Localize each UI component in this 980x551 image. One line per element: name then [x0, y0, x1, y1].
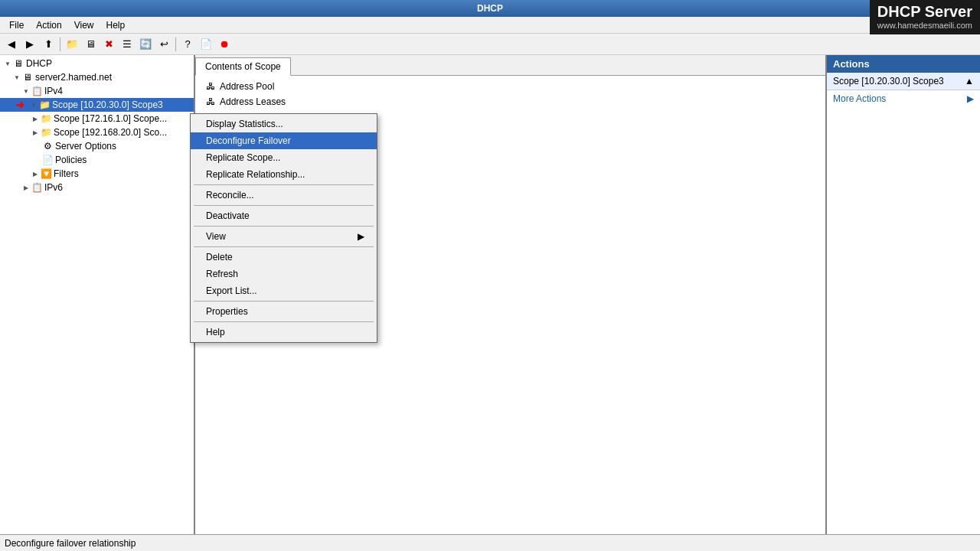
ctx-delete[interactable]: Delete — [191, 249, 377, 266]
ctx-deactivate[interactable]: Deactivate — [191, 207, 377, 224]
rec-button[interactable]: ⏺ — [216, 36, 233, 53]
ctx-delete-label: Delete — [206, 252, 233, 262]
tree-item-ipv4[interactable]: ▼ 📋 IPv4 — [0, 84, 194, 98]
ctx-properties[interactable]: Properties — [191, 303, 377, 320]
ctx-export-list-label: Export List... — [206, 285, 257, 296]
ctx-help[interactable]: Help — [191, 324, 377, 341]
tree-item-server-options[interactable]: ⚙ Server Options — [0, 139, 194, 153]
content-tabs: Contents of Scope — [195, 55, 825, 76]
watermark-url: www.hamedesmaeili.com — [877, 21, 972, 30]
ipv6-icon: 📋 — [31, 181, 43, 194]
tree-label-policies: Policies — [55, 155, 87, 165]
tree-item-filters[interactable]: ▶ 🔽 Filters — [0, 167, 194, 181]
tree-arrow-server: ▼ — [12, 73, 21, 82]
tree-row-scope1-wrapper: ➜ ▼ 📁 Scope [10.20.30.0] Scope3 — [0, 98, 194, 112]
main-container: ▼ 🖥 DHCP ▼ 🖥 server2.hamed.net ▼ 📋 IPv4 … — [0, 55, 980, 534]
ctx-help-label: Help — [206, 327, 225, 337]
tree-label-scope2: Scope [172.16.1.0] Scope... — [54, 113, 167, 124]
policies-icon: 📄 — [41, 154, 54, 166]
show-hide-button[interactable]: 📁 — [64, 36, 80, 53]
actions-scope-arrow: ▲ — [965, 76, 974, 86]
tree-item-scope2[interactable]: ▶ 📁 Scope [172.16.1.0] Scope... — [0, 112, 194, 126]
context-menu: Display Statistics... Deconfigure Failov… — [190, 113, 377, 343]
tree-label-server: server2.hamed.net — [35, 72, 112, 83]
doc-button[interactable]: 📄 — [198, 36, 214, 53]
toolbar: ◀ ▶ ⬆ 📁 🖥 ✖ ☰ 🔄 ↩ ? 📄 ⏺ — [0, 34, 980, 55]
status-bar: Deconfigure failover relationship — [0, 534, 980, 551]
help-button[interactable]: ? — [179, 36, 196, 53]
ipv4-icon: 📋 — [31, 85, 43, 97]
content-item-address-leases-label: Address Leases — [220, 96, 286, 107]
tree-arrow-filters: ▶ — [31, 169, 40, 178]
tree-item-ipv6[interactable]: ▶ 📋 IPv6 — [0, 181, 194, 194]
ctx-refresh[interactable]: Refresh — [191, 266, 377, 282]
ctx-reconcile-label: Reconcile... — [206, 190, 254, 201]
toolbar-separator-1 — [60, 37, 60, 51]
window-title: DHCP — [477, 3, 503, 14]
menu-view[interactable]: View — [68, 18, 100, 32]
delete-button[interactable]: ✖ — [100, 36, 117, 53]
ctx-sep-2 — [194, 205, 374, 206]
ctx-replicate-scope-label: Replicate Scope... — [206, 152, 280, 163]
content-items: 🖧 Address Pool 🖧 Address Leases — [195, 76, 825, 112]
back2-button[interactable]: ↩ — [155, 36, 172, 53]
menu-file[interactable]: File — [3, 18, 30, 32]
ctx-reconcile[interactable]: Reconcile... — [191, 187, 377, 204]
watermark-title: DHCP Server — [877, 3, 972, 21]
server-options-icon: ⚙ — [41, 140, 54, 152]
actions-panel: Actions Scope [10.20.30.0] Scope3 ▲ More… — [827, 55, 980, 534]
tree-arrow-scope3: ▶ — [31, 128, 40, 137]
server-icon: 🖥 — [21, 71, 34, 83]
actions-more-item[interactable]: More Actions ▶ — [827, 90, 980, 107]
ctx-sep-1 — [194, 184, 374, 185]
status-text: Deconfigure failover relationship — [5, 538, 136, 549]
tree-label-ipv4: IPv4 — [44, 86, 63, 96]
tree-item-scope1[interactable]: ▼ 📁 Scope [10.20.30.0] Scope3 — [0, 98, 194, 112]
actions-header: Actions — [827, 55, 980, 73]
tree-label-dhcp: DHCP — [26, 58, 52, 69]
forward-button[interactable]: ▶ — [21, 36, 38, 53]
computer-button[interactable]: 🖥 — [82, 36, 99, 53]
ctx-replicate-relationship-label: Replicate Relationship... — [206, 169, 305, 180]
tree-arrow-scope2: ▶ — [31, 114, 40, 123]
tree-item-server[interactable]: ▼ 🖥 server2.hamed.net — [0, 70, 194, 84]
actions-scope-item[interactable]: Scope [10.20.30.0] Scope3 ▲ — [827, 73, 980, 90]
content-item-address-pool-label: Address Pool — [220, 81, 274, 92]
ctx-refresh-label: Refresh — [206, 269, 238, 279]
tree-item-policies[interactable]: 📄 Policies — [0, 153, 194, 167]
tree-arrow-scope1: ▼ — [29, 100, 38, 109]
menu-help[interactable]: Help — [100, 18, 132, 32]
properties-button[interactable]: ☰ — [119, 36, 136, 53]
scope2-icon: 📁 — [40, 112, 52, 125]
ctx-deconfigure-failover[interactable]: Deconfigure Failover — [191, 132, 377, 149]
ctx-deactivate-label: Deactivate — [206, 210, 250, 221]
ctx-replicate-relationship[interactable]: Replicate Relationship... — [191, 166, 377, 183]
ctx-view[interactable]: View ▶ — [191, 228, 377, 245]
tree-label-ipv6: IPv6 — [44, 182, 63, 193]
title-bar: DHCP ─ □ ✕ — [0, 0, 980, 17]
toolbar-separator-2 — [175, 37, 176, 51]
tree-panel: ▼ 🖥 DHCP ▼ 🖥 server2.hamed.net ▼ 📋 IPv4 … — [0, 55, 195, 534]
tree-label-server-options: Server Options — [55, 141, 116, 152]
tree-arrow-dhcp: ▼ — [3, 59, 12, 68]
tab-contents-of-scope[interactable]: Contents of Scope — [195, 57, 291, 76]
actions-more-label: More Actions — [833, 93, 886, 104]
up-button[interactable]: ⬆ — [40, 36, 57, 53]
content-item-address-leases[interactable]: 🖧 Address Leases — [201, 94, 819, 109]
ctx-sep-6 — [194, 321, 374, 322]
refresh-button[interactable]: 🔄 — [137, 36, 154, 53]
actions-more-arrow: ▶ — [967, 93, 974, 104]
scope3-icon: 📁 — [40, 126, 52, 139]
ctx-deconfigure-failover-label: Deconfigure Failover — [206, 135, 291, 146]
back-button[interactable]: ◀ — [3, 36, 20, 53]
ctx-display-stats[interactable]: Display Statistics... — [191, 116, 377, 132]
menu-bar: File Action View Help — [0, 17, 980, 34]
ctx-replicate-scope[interactable]: Replicate Scope... — [191, 149, 377, 166]
ctx-view-label: View — [206, 231, 226, 242]
tree-item-scope3[interactable]: ▶ 📁 Scope [192.168.20.0] Sco... — [0, 126, 194, 139]
menu-action[interactable]: Action — [30, 18, 67, 32]
content-item-address-pool[interactable]: 🖧 Address Pool — [201, 79, 819, 94]
tree-item-dhcp[interactable]: ▼ 🖥 DHCP — [0, 57, 194, 70]
ctx-export-list[interactable]: Export List... — [191, 282, 377, 299]
ctx-properties-label: Properties — [206, 306, 248, 317]
